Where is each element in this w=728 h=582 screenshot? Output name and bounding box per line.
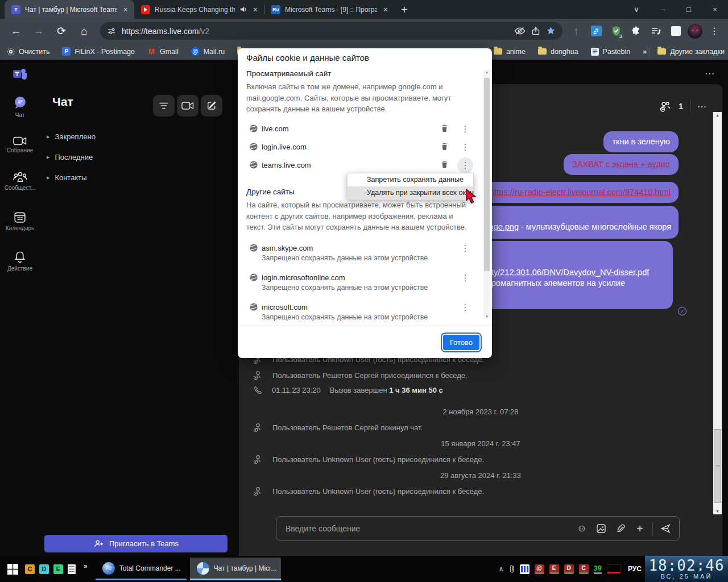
playlist-extension-icon[interactable] <box>648 23 664 39</box>
message-bubble[interactable]: https://ru-radio-electr.livejournal.com/… <box>482 182 679 203</box>
taskbar-app-total-commander[interactable]: TC Total Commander ... <box>96 558 187 580</box>
browser-menu-icon[interactable]: ⋮ <box>706 23 722 39</box>
trash-icon[interactable] <box>440 124 449 132</box>
adblock-shield-icon[interactable]: 3 <box>608 23 624 39</box>
quicklaunch-document-icon[interactable] <box>68 564 76 574</box>
scrollbar-thumb[interactable] <box>714 429 721 503</box>
conversation-menu-icon[interactable]: ⋯ <box>697 101 708 112</box>
screenshot-extension-icon[interactable] <box>668 23 684 39</box>
invite-to-teams-button[interactable]: Пригласить в Teams <box>44 535 228 552</box>
maximize-button[interactable]: □ <box>676 5 702 14</box>
start-button[interactable] <box>0 564 25 575</box>
bookmark-gmail[interactable]: M Gmail <box>147 47 179 56</box>
tab-youtube[interactable]: Russia Keeps Changing the × <box>134 0 264 19</box>
message-input[interactable] <box>286 524 569 533</box>
tab-teams-program[interactable]: Ru Microsoft Teams - [9] :: Програм × <box>264 0 394 19</box>
bars-tray-icon[interactable] <box>520 564 530 574</box>
update-arrow-icon[interactable]: ↑ <box>568 23 584 39</box>
bookmark-pastebin[interactable]: Pastebin <box>591 48 631 56</box>
tab-close-icon[interactable]: × <box>251 5 259 14</box>
bookmark-anime-folder[interactable]: anime <box>494 48 526 56</box>
quicklaunch-e[interactable]: E <box>53 564 63 574</box>
tray-icon-d[interactable]: D <box>564 564 574 574</box>
conversation-scrollbar[interactable]: ▲ ▼ <box>713 112 722 514</box>
rail-meeting[interactable]: Собрание <box>0 136 40 153</box>
site-menu-icon[interactable]: ⋮ <box>457 157 473 173</box>
tray-chevron-icon[interactable]: ∧ <box>499 565 504 573</box>
message-link[interactable]: ЗАХВАТ с экрана + аудио <box>572 160 670 169</box>
link-extension-icon[interactable] <box>588 23 604 39</box>
site-menu-icon[interactable]: ⋮ <box>457 300 473 315</box>
back-button[interactable]: ← <box>6 21 26 41</box>
scroll-up-icon[interactable]: ▲ <box>713 113 722 117</box>
page-menu-icon[interactable]: ⋯ <box>705 68 715 80</box>
site-menu-icon[interactable]: ⋮ <box>457 121 473 137</box>
image-icon[interactable] <box>594 523 608 534</box>
section-pinned[interactable]: ▶ Закреплено <box>47 132 96 141</box>
send-icon[interactable] <box>659 523 672 534</box>
share-icon[interactable] <box>531 27 540 36</box>
home-button[interactable]: ⌂ <box>74 21 94 41</box>
reload-button[interactable]: ⟳ <box>51 21 72 41</box>
menu-item-delete-on-close[interactable]: Удалять при закрытии всех окон <box>348 186 473 199</box>
attachment-link[interactable]: ty/212.301.06/DNV/Davydov_NV-disser.pdf <box>491 268 649 277</box>
dialog-scrollbar[interactable]: ▲ ▼ <box>483 70 490 319</box>
tab-search-icon[interactable]: ∨ <box>623 5 650 14</box>
add-icon[interactable]: + <box>633 522 647 535</box>
message-link[interactable]: https://ru-radio-electr.livejournal.com/… <box>490 188 671 197</box>
scroll-up-icon[interactable]: ▲ <box>483 70 490 74</box>
tab-teams[interactable]: T Чат | тамбур | Microsoft Teams × <box>5 0 134 19</box>
tab-audio-icon[interactable] <box>239 6 247 13</box>
url-text[interactable]: https://teams.live.com/v2 <box>122 27 508 36</box>
site-menu-icon[interactable]: ⋮ <box>457 270 473 286</box>
scroll-down-icon[interactable]: ▼ <box>713 509 722 513</box>
message-bubble[interactable]: ткни в зелёную <box>603 131 679 152</box>
section-recent[interactable]: ▶ Последние <box>47 153 93 161</box>
bookmarks-overflow-chevron[interactable]: » <box>643 48 647 56</box>
tab-close-icon[interactable]: × <box>122 5 130 14</box>
tray-window-icon[interactable] <box>607 564 621 573</box>
scrollbar-thumb[interactable] <box>484 78 490 271</box>
tray-icon-e[interactable]: E <box>549 564 559 574</box>
address-bar[interactable]: https://teams.live.com/v2 <box>100 22 562 40</box>
close-window-button[interactable]: × <box>702 5 728 14</box>
taskbar-clock[interactable]: 18:02:46 ВС, 25 МАЙ <box>645 556 728 582</box>
quicklaunch-c[interactable]: C <box>25 564 35 574</box>
clipboard-tray-icon[interactable] <box>509 564 515 573</box>
taskbar-app-browser[interactable]: Чат | тамбур | Micr... <box>190 558 281 580</box>
bookmark-donghua-folder[interactable]: donghua <box>538 48 578 56</box>
rail-activity[interactable]: Действие <box>0 251 40 272</box>
language-indicator[interactable]: РУС <box>628 565 642 573</box>
new-tab-button[interactable]: + <box>401 3 408 16</box>
attach-icon[interactable] <box>614 524 627 534</box>
bookmark-postimage[interactable]: P FiLinX - Postimage <box>62 47 135 56</box>
section-contacts[interactable]: ▶ Контакты <box>47 173 87 182</box>
rail-communities[interactable]: Сообщест... <box>0 171 40 191</box>
emoji-icon[interactable]: ☺ <box>575 523 589 534</box>
trash-icon[interactable] <box>440 142 449 151</box>
people-add-icon[interactable] <box>658 101 672 112</box>
tab-close-icon[interactable]: × <box>382 5 390 14</box>
quicklaunch-d[interactable]: D <box>39 564 49 574</box>
minimize-button[interactable]: – <box>650 5 676 14</box>
eye-off-icon[interactable] <box>514 27 526 35</box>
message-bubble[interactable]: ЗАХВАТ с экрана + аудио <box>564 154 679 175</box>
tray-icon-c[interactable]: C <box>579 564 589 574</box>
done-button[interactable]: Готово <box>443 335 479 350</box>
profile-avatar[interactable] <box>688 24 702 39</box>
tray-count-badge[interactable]: 39 <box>594 564 602 574</box>
other-bookmarks-folder[interactable]: Другие закладки <box>657 48 725 56</box>
site-menu-icon[interactable]: ⋮ <box>457 139 473 155</box>
quicklaunch-overflow-chevron[interactable]: » <box>84 562 88 570</box>
site-menu-icon[interactable]: ⋮ <box>457 240 473 256</box>
meet-now-button[interactable] <box>177 95 198 117</box>
rail-calendar[interactable]: Календарь <box>0 211 40 231</box>
trash-icon[interactable] <box>440 160 449 169</box>
rail-chat[interactable]: Чат <box>0 95 40 118</box>
mail-tray-icon[interactable]: @ <box>535 564 544 574</box>
scroll-down-icon[interactable]: ▼ <box>483 315 490 318</box>
forward-button[interactable]: → <box>28 21 49 41</box>
bookmark-star-icon[interactable] <box>546 26 556 36</box>
bookmark-mailru[interactable]: @ Mail.ru <box>191 47 225 56</box>
menu-item-block-data[interactable]: Запретить сохранять данные <box>348 173 473 186</box>
